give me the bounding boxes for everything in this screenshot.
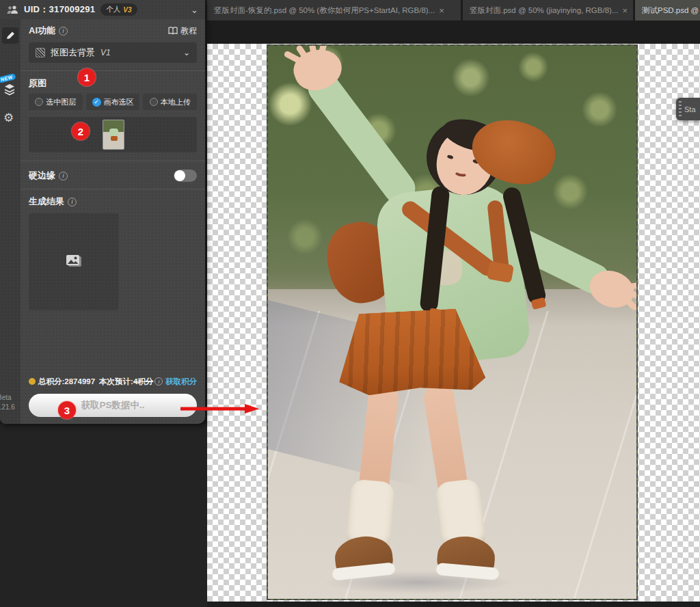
fetch-ps-data-button[interactable]: 获取PS数据中.. bbox=[29, 394, 197, 417]
edit-tool-button[interactable] bbox=[2, 27, 18, 44]
step-2-badge: 2 bbox=[72, 122, 90, 140]
estimate-struck-value: 4积分 bbox=[133, 377, 153, 386]
total-points-label: 总积分:2874997 bbox=[38, 377, 95, 387]
book-icon bbox=[168, 27, 178, 35]
users-icon bbox=[7, 5, 18, 14]
tab-label: 竖版封面-恢复的.psd @ 50% (教你如何用PS+StartAI, RGB… bbox=[214, 5, 435, 16]
settings-button[interactable]: ⚙ bbox=[3, 112, 14, 124]
document-tab-1[interactable]: 竖版封面-恢复的.psd @ 50% (教你如何用PS+StartAI, RGB… bbox=[207, 0, 463, 21]
option-selected-layer[interactable]: 选中图层 bbox=[29, 94, 83, 110]
option-canvas-selection[interactable]: ✓ 画布选区 bbox=[86, 94, 140, 110]
hard-edge-label: 硬边缘 bbox=[29, 170, 55, 182]
step-3-badge: 3 bbox=[58, 401, 76, 419]
plan-version: V3 bbox=[123, 6, 131, 14]
coin-icon bbox=[29, 378, 36, 385]
feature-dropdown[interactable]: 抠图去背景 V1 ⌄ bbox=[29, 42, 197, 63]
feature-dropdown-label: 抠图去背景 bbox=[51, 46, 95, 59]
annotation-arrow-icon bbox=[179, 403, 260, 414]
tab-label: 测试PSD.psd @ bbox=[642, 5, 699, 16]
get-points-link[interactable]: 获取积分 bbox=[165, 377, 197, 387]
uid-label: UID：317009291 bbox=[24, 3, 95, 16]
panel-header: UID：317009291 个人 V3 ⌄ bbox=[0, 0, 205, 19]
layers-icon bbox=[3, 83, 16, 96]
info-icon[interactable]: i bbox=[59, 172, 68, 180]
option-local-upload[interactable]: 本地上传 bbox=[143, 94, 197, 110]
info-icon[interactable]: i bbox=[68, 198, 77, 206]
radio-icon bbox=[150, 98, 158, 106]
info-icon[interactable]: i bbox=[59, 27, 68, 36]
radio-icon bbox=[35, 98, 43, 106]
panel-main: AI功能 i 教程 抠图去背景 V1 ⌄ bbox=[21, 19, 205, 424]
hard-edge-row: 硬边缘 i bbox=[29, 164, 197, 187]
source-section-title: 原图 bbox=[29, 77, 46, 90]
info-icon[interactable]: i bbox=[154, 377, 163, 386]
plugin-panel: UID：317009291 个人 V3 ⌄ NEW bbox=[0, 0, 205, 424]
chevron-down-icon[interactable]: ⌄ bbox=[191, 5, 198, 15]
divider bbox=[21, 161, 205, 161]
step-1-badge: 1 bbox=[78, 68, 96, 86]
result-section-title: 生成结果 bbox=[29, 195, 64, 208]
close-icon[interactable]: × bbox=[622, 6, 628, 15]
divider bbox=[21, 189, 205, 189]
hard-edge-toggle-off[interactable] bbox=[174, 170, 197, 182]
drag-handle-icon bbox=[679, 101, 682, 118]
collapsed-tab-label: Sta bbox=[684, 105, 696, 113]
gear-icon: ⚙ bbox=[3, 111, 14, 124]
pen-icon bbox=[5, 31, 15, 40]
document-image[interactable] bbox=[267, 44, 638, 600]
ai-section-header: AI功能 i 教程 bbox=[29, 25, 197, 37]
image-placeholder-icon bbox=[65, 254, 83, 269]
tutorial-button[interactable]: 教程 bbox=[168, 25, 197, 37]
plan-badge: 个人 V3 bbox=[100, 3, 137, 16]
new-badge: NEW bbox=[0, 73, 16, 83]
feature-version: V1 bbox=[100, 48, 111, 57]
version-label: 0.21.6 bbox=[0, 403, 15, 411]
tab-label: 竖版封面.psd @ 50% (jiayinying, RGB/8)... bbox=[470, 5, 618, 16]
document-tab-2[interactable]: 竖版封面.psd @ 50% (jiayinying, RGB/8)... × bbox=[463, 0, 635, 21]
chevron-down-icon: ⌄ bbox=[183, 48, 190, 57]
app-window: 竖版封面-恢复的.psd @ 50% (教你如何用PS+StartAI, RGB… bbox=[0, 0, 700, 607]
collapsed-plugin-tab[interactable]: Sta bbox=[676, 98, 700, 120]
panel-icon-strip: NEW ⚙ Beta 0.21.6 bbox=[0, 19, 21, 424]
estimate-label: 本次预计:4积分 bbox=[99, 377, 153, 387]
source-thumbnail-strip bbox=[29, 117, 197, 152]
beta-label: Beta bbox=[0, 394, 12, 401]
radio-checked-icon: ✓ bbox=[92, 98, 101, 107]
result-placeholder bbox=[29, 213, 119, 310]
source-section-header: 原图 bbox=[29, 77, 197, 90]
document-tabbar: 竖版封面-恢复的.psd @ 50% (教你如何用PS+StartAI, RGB… bbox=[207, 0, 700, 21]
workspace-background bbox=[0, 424, 207, 607]
plan-label: 个人 bbox=[106, 5, 120, 14]
layers-button[interactable] bbox=[3, 83, 16, 98]
toggle-knob bbox=[174, 170, 185, 181]
source-options: 选中图层 ✓ 画布选区 本地上传 bbox=[29, 94, 197, 110]
tutorial-label: 教程 bbox=[180, 25, 197, 37]
document-tab-3-active[interactable]: 测试PSD.psd @ bbox=[635, 0, 700, 21]
result-section-header: 生成结果 i bbox=[29, 195, 197, 208]
points-row: 总积分:2874997 本次预计:4积分 i 获取积分 bbox=[29, 375, 197, 388]
ai-section-title: AI功能 bbox=[29, 25, 55, 37]
divider bbox=[21, 70, 205, 71]
source-thumbnail[interactable] bbox=[103, 120, 124, 150]
close-icon[interactable]: × bbox=[439, 6, 444, 15]
cutout-icon bbox=[36, 48, 45, 57]
